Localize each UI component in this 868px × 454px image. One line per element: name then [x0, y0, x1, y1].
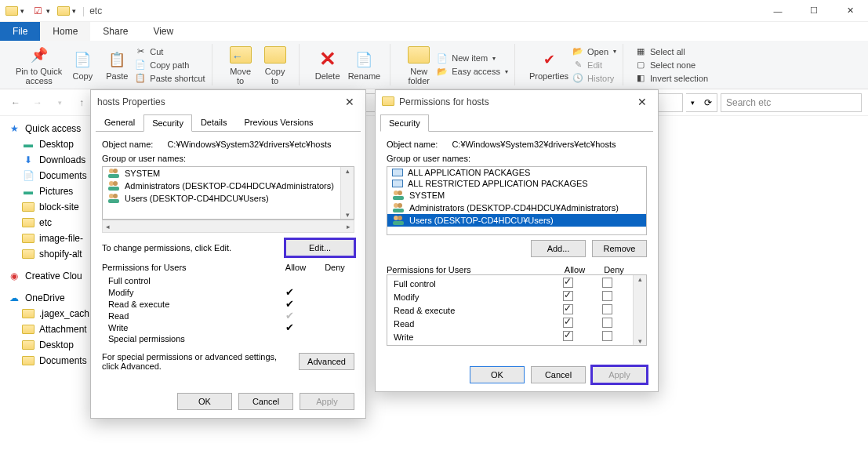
checkbox-select-icon[interactable]: ☑	[31, 4, 45, 18]
copy-path-icon: 📄	[134, 59, 147, 71]
object-name-label: Object name:	[387, 140, 438, 149]
paste-shortcut-button[interactable]: 📋Paste shortcut	[134, 72, 205, 85]
cut-button[interactable]: ✂Cut	[134, 45, 205, 58]
window-titlebar: ▾ ☑ ▾ ▾ | etc — ☐ ✕	[0, 0, 868, 22]
up-button[interactable]: ↑	[72, 93, 91, 112]
properties-button[interactable]: ✔Properties	[526, 48, 572, 82]
folder-icon	[22, 324, 35, 335]
tab-general[interactable]: General	[96, 114, 143, 131]
cancel-button[interactable]: Cancel	[238, 393, 293, 410]
pin-icon: 📌	[28, 45, 50, 65]
tab-view[interactable]: View	[140, 22, 186, 41]
cloud-icon: ☁	[8, 292, 20, 303]
svg-rect-2	[108, 174, 119, 178]
copy-path-button[interactable]: 📄Copy path	[134, 59, 205, 71]
perm-row: Read & execute✔	[102, 298, 354, 310]
invert-icon: ◧	[634, 72, 647, 85]
tab-previous-versions[interactable]: Previous Versions	[236, 114, 322, 131]
pin-quick-access-button[interactable]: 📌Pin to Quick access	[13, 43, 65, 87]
permissions-for-label: Permissions for Users	[102, 263, 276, 272]
allow-checkbox[interactable]	[563, 304, 573, 314]
package-icon	[392, 180, 403, 187]
perm-row: Special permissions	[102, 333, 354, 344]
tab-share[interactable]: Share	[90, 22, 140, 41]
open-button[interactable]: 📂Open▾	[572, 45, 616, 58]
tab-home[interactable]: Home	[40, 22, 90, 41]
user-list[interactable]: ALL APPLICATION PACKAGES ALL RESTRICTED …	[387, 166, 647, 235]
svg-rect-14	[393, 209, 404, 212]
address-chevron-icon[interactable]: ▾	[686, 99, 699, 107]
apply-button[interactable]: Apply	[592, 366, 647, 383]
invert-selection-button[interactable]: ◧Invert selection	[634, 72, 708, 85]
deny-checkbox[interactable]	[602, 291, 612, 301]
perm-row: Write	[387, 330, 646, 343]
forward-button[interactable]: →	[28, 93, 47, 112]
h-scrollbar[interactable]: ◂▸	[102, 220, 354, 233]
minimize-button[interactable]: —	[760, 0, 796, 22]
list-item: SYSTEM	[387, 189, 646, 202]
group-users-label: Group or user names:	[102, 154, 354, 163]
close-button[interactable]: ✕	[832, 0, 868, 22]
tab-details[interactable]: Details	[192, 114, 236, 131]
chevron-down-icon: ▾	[613, 48, 616, 55]
remove-button[interactable]: Remove	[592, 240, 647, 257]
new-item-button[interactable]: 📄New item▾	[436, 52, 508, 64]
close-button[interactable]: ✕	[340, 96, 359, 108]
tab-security[interactable]: Security	[143, 114, 192, 132]
edit-button[interactable]: Edit...	[285, 239, 354, 256]
allow-checkbox[interactable]	[563, 318, 573, 328]
allow-checkbox[interactable]	[563, 278, 573, 288]
perm-row: Full control	[102, 275, 354, 286]
group-users-label: Group or user names:	[387, 154, 647, 163]
close-button[interactable]: ✕	[633, 96, 652, 108]
scissors-icon: ✂	[134, 45, 147, 58]
scrollbar[interactable]: ▴▾	[340, 167, 354, 219]
maximize-button[interactable]: ☐	[796, 0, 832, 22]
perm-row: Full control	[387, 277, 646, 290]
history-button[interactable]: 🕓History	[572, 72, 616, 85]
edit-button[interactable]: ✎Edit	[572, 59, 616, 71]
tab-security[interactable]: Security	[380, 114, 429, 132]
add-button[interactable]: Add...	[531, 240, 586, 257]
copy-button[interactable]: 📄Copy	[65, 48, 100, 82]
deny-checkbox[interactable]	[602, 318, 612, 328]
search-input[interactable]: Search etc	[721, 93, 862, 112]
advanced-button[interactable]: Advanced	[299, 353, 354, 370]
tab-file[interactable]: File	[0, 22, 40, 41]
new-folder-button[interactable]: New folder	[401, 43, 436, 87]
ok-button[interactable]: OK	[177, 393, 232, 410]
easy-access-button[interactable]: 📂Easy access▾	[436, 65, 508, 78]
allow-checkbox[interactable]	[563, 331, 573, 341]
delete-button[interactable]: ✕Delete	[311, 48, 345, 82]
dialog-title: Permissions for hosts	[399, 96, 489, 107]
ribbon: 📌Pin to Quick access 📄Copy 📋Paste ✂Cut 📄…	[0, 41, 868, 89]
copy-to-button[interactable]: Copy to	[258, 43, 292, 87]
qa-chevron-icon[interactable]: ▾	[46, 7, 50, 15]
star-icon: ★	[8, 123, 20, 134]
select-all-button[interactable]: ▦Select all	[634, 45, 708, 58]
deny-checkbox[interactable]	[602, 331, 612, 341]
qa-chevron-icon[interactable]: ▾	[20, 7, 24, 15]
user-list[interactable]: SYSTEM Administrators (DESKTOP-CD4HDCU¥A…	[102, 166, 354, 220]
select-none-button[interactable]: ▢Select none	[634, 59, 708, 71]
move-to-button[interactable]: ←Move to	[223, 43, 258, 87]
chevron-down-icon: ▾	[505, 68, 508, 75]
advanced-text: For special permissions or advanced sett…	[102, 352, 292, 371]
paste-button[interactable]: 📋Paste	[100, 48, 134, 82]
deny-checkbox[interactable]	[602, 304, 612, 314]
apply-button[interactable]: Apply	[300, 393, 354, 410]
ok-button[interactable]: OK	[470, 366, 525, 383]
new-folder-icon	[408, 45, 430, 65]
back-button[interactable]: ←	[6, 93, 25, 112]
cancel-button[interactable]: Cancel	[531, 366, 586, 383]
qa-chevron-icon[interactable]: ▾	[72, 7, 76, 15]
rename-button[interactable]: 📄Rename	[345, 48, 384, 82]
check-icon: ✔	[285, 286, 294, 298]
deny-checkbox[interactable]	[602, 278, 612, 288]
properties-icon: ✔	[538, 49, 560, 70]
scrollbar[interactable]: ▴▾	[633, 275, 646, 345]
recent-button[interactable]: ▾	[50, 93, 69, 112]
users-icon	[392, 202, 405, 213]
refresh-button[interactable]: ⟳	[699, 97, 717, 108]
allow-checkbox[interactable]	[563, 291, 573, 301]
